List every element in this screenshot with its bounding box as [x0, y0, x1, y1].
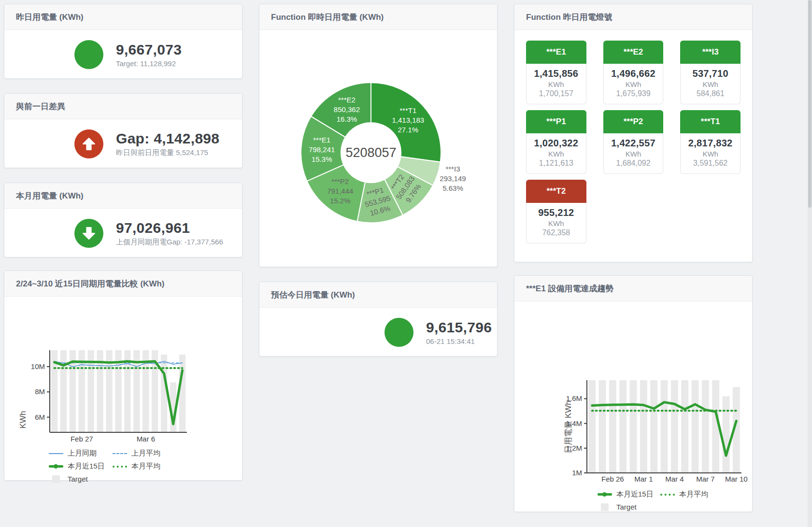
legend-label: 上月平均	[131, 449, 160, 458]
tile-status-header: ***I3	[680, 41, 741, 64]
status-tile-T2: ***T2955,212KWh762,358	[526, 180, 586, 243]
y-tick-label: 6M	[35, 413, 45, 421]
legend-line-dot	[602, 492, 607, 497]
card-status-lights: Function 昨日用電燈號 ***E11,415,856KWh1,700,1…	[514, 4, 753, 262]
legend-item[interactable]: 本月近15日	[49, 462, 113, 471]
x-tick-label: Mar 10	[725, 475, 748, 483]
legend-line-dot	[54, 464, 58, 469]
card-estimate-today: 預估今日用電量 (KWh) 9,615,796 06-21 15:34:41	[259, 282, 498, 356]
kpi-text: 97,026,961 上個月同期用電Gap: -17,377,566	[116, 220, 223, 247]
legend-row: Target	[598, 503, 752, 511]
tile-body: 1,422,557KWh1,684,092	[603, 133, 664, 174]
tile-body: 955,212KWh762,358	[526, 203, 586, 243]
kpi-subtitle: Target: 11,128,992	[116, 59, 182, 68]
tile-value: 537,710	[683, 68, 738, 79]
target-bar	[681, 380, 688, 473]
x-tick-label: Feb 26	[601, 475, 624, 483]
legend-thickline-swatch-icon	[598, 493, 612, 496]
green-down-arrow-icon	[74, 219, 103, 248]
page-scrollbar[interactable]	[808, 0, 812, 527]
tile-value: 1,020,322	[528, 138, 584, 149]
status-tiles-grid: ***E11,415,856KWh1,700,157***E21,496,662…	[514, 30, 752, 243]
kpi-timestamp: 06-21 15:34:41	[426, 337, 492, 345]
energy-dashboard: 昨日用電量 (KWh) 9,667,073 Target: 11,128,992…	[0, 0, 812, 527]
card-title-day-gap: 與前一日差異	[4, 94, 242, 119]
target-bar	[640, 380, 647, 473]
legend-label: Target	[616, 503, 637, 511]
tile-unit-label: KWh	[683, 80, 738, 88]
legend-dots-swatch-icon	[660, 494, 675, 496]
legend-label: 本月平均	[131, 462, 160, 471]
legend-item[interactable]: 本月平均	[113, 462, 176, 471]
legend-item[interactable]: Target	[598, 503, 660, 511]
status-tile-E2: ***E21,496,662KWh1,675,939	[603, 41, 664, 104]
tile-unit-label: KWh	[683, 150, 738, 158]
y-tick-label: 8M	[35, 387, 45, 396]
x-tick-label: Feb 27	[71, 435, 93, 443]
kpi-text: 9,667,073 Target: 11,128,992	[116, 42, 182, 68]
legend-label: 本月平均	[679, 490, 708, 499]
tile-value: 955,212	[528, 207, 584, 218]
kpi-day-gap: Gap: 4,142,898 昨日與前日用電量 5,524,175	[4, 119, 242, 168]
status-tile-E1: ***E11,415,856KWh1,700,157	[526, 41, 586, 104]
kpi-value: 9,667,073	[116, 42, 182, 58]
legend-item[interactable]: 本月平均	[660, 490, 723, 499]
scrollbar-thumb[interactable]	[808, 0, 812, 208]
function-usage-donut-chart[interactable]: ***T11,413,18327.1%***I3293,1495.63%***T…	[259, 30, 497, 267]
legend-box-swatch-icon	[52, 475, 60, 483]
tile-status-header: ***T1	[680, 110, 741, 133]
card-title-trend-chart: ***E1 設備用電達成趨勢	[514, 276, 752, 301]
card-title-estimate-today: 預估今日用電量 (KWh)	[259, 282, 497, 308]
tile-target-value: 1,684,092	[606, 159, 661, 168]
kpi-value: Gap: 4,142,898	[116, 130, 219, 147]
target-bar	[661, 380, 668, 473]
tile-target-value: 1,675,939	[606, 89, 661, 98]
card-title-function-donut: Function 即時日用電量 (KWh)	[259, 4, 497, 30]
legend-label: Target	[68, 475, 88, 483]
legend-dash-swatch-icon	[113, 453, 127, 454]
trend-line-chart[interactable]: 1M1.2M1.4M1.6MFeb 26Mar 1Mar 4Mar 7Mar 1…	[514, 301, 752, 485]
card-compare-chart: 2/24~3/10 近15日同期用電量比較 (KWh) 6M8M10MFeb 2…	[4, 271, 242, 481]
tile-body: 1,415,856KWh1,700,157	[526, 64, 586, 104]
legend-row: Target	[49, 475, 242, 483]
legend-item[interactable]: 上月同期	[49, 449, 113, 458]
compare-line-chart[interactable]: 6M8M10MFeb 27Mar 6KWh	[4, 297, 242, 444]
legend-item[interactable]: 本月近15日	[598, 490, 660, 499]
y-tick-label: 10M	[31, 362, 45, 370]
legend-label: 上月同期	[68, 449, 97, 458]
card-function-donut: Function 即時日用電量 (KWh) ***T11,413,18327.1…	[259, 4, 498, 267]
target-bar	[650, 380, 657, 473]
tile-unit-label: KWh	[528, 80, 584, 88]
card-trend-chart: ***E1 設備用電達成趨勢 1M1.2M1.4M1.6MFeb 26Mar 1…	[514, 275, 753, 512]
kpi-subtitle: 上個月同期用電Gap: -17,377,566	[116, 238, 223, 247]
tile-target-value: 584,861	[683, 89, 738, 98]
target-bar	[161, 355, 167, 432]
legend-item[interactable]: 上月平均	[113, 449, 176, 458]
kpi-month: 97,026,961 上個月同期用電Gap: -17,377,566	[4, 209, 242, 257]
legend-row: 本月近15日本月平均	[49, 462, 242, 471]
kpi-value: 9,615,796	[426, 319, 492, 336]
tile-unit-label: KWh	[606, 80, 661, 88]
legend-box-swatch-icon	[601, 503, 609, 511]
y-tick-label: 1M	[572, 469, 582, 477]
legend-item[interactable]: Target	[49, 475, 113, 483]
tile-body: 2,817,832KWh3,591,562	[680, 133, 741, 174]
status-tile-I3: ***I3537,710KWh584,861	[680, 41, 741, 104]
tile-status-header: ***E1	[526, 41, 586, 64]
x-tick-label: Mar 7	[696, 475, 714, 483]
legend-label: 本月近15日	[68, 462, 105, 471]
tile-unit-label: KWh	[528, 219, 584, 228]
tile-body: 1,020,322KWh1,121,613	[526, 133, 586, 174]
kpi-text: Gap: 4,142,898 昨日與前日用電量 5,524,175	[116, 130, 219, 157]
card-month-usage: 本月用電量 (KWh) 97,026,961 上個月同期用電Gap: -17,3…	[4, 183, 242, 257]
tile-status-header: ***P1	[526, 110, 586, 133]
legend-line-swatch-icon	[49, 453, 63, 454]
x-tick-label: Mar 4	[665, 475, 684, 483]
target-bar	[630, 380, 637, 473]
tile-unit-label: KWh	[528, 150, 584, 158]
card-title-status-lights: Function 昨日用電燈號	[514, 4, 752, 30]
donut-slice-label: ***I3293,1495.63%	[440, 165, 466, 192]
card-title-month-usage: 本月用電量 (KWh)	[4, 183, 242, 209]
card-day-gap: 與前一日差異 Gap: 4,142,898 昨日與前日用電量 5,524,175	[4, 93, 242, 168]
donut-center-total: 5208057	[345, 145, 396, 160]
